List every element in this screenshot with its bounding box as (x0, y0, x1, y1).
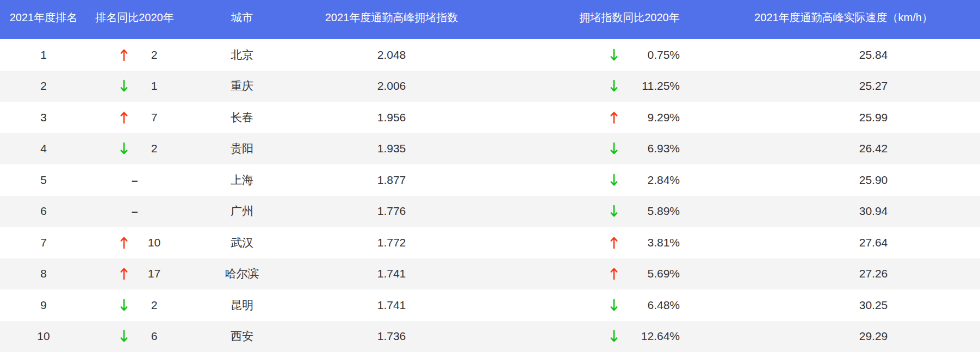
table-row: 3 7 长春 1.956 9.29% 25.99 (0, 102, 980, 133)
city-cell: 广州 (182, 203, 302, 219)
index-change-cell: 2.84% (481, 173, 745, 187)
index-change-cell: 3.81% (481, 236, 745, 250)
rank-cell: 5 (0, 174, 87, 187)
index-change-value: 6.48% (628, 299, 680, 312)
city-cell: 贵阳 (182, 141, 302, 156)
congestion-index-cell: 1.877 (302, 174, 481, 187)
column-header-rank: 2021年度排名 (0, 10, 87, 29)
rank-change-block: 2 (120, 298, 166, 312)
rank-cell: 1 (0, 48, 87, 61)
index-change-block: 11.25% (610, 79, 680, 93)
index-change-cell: 11.25% (481, 79, 745, 93)
speed-cell: 29.29 (756, 330, 980, 343)
city-cell: 北京 (182, 47, 302, 63)
column-header-index: 2021年度通勤高峰拥堵指数 (302, 10, 481, 29)
down-arrow-icon (610, 204, 618, 218)
rank-change-value: 2 (142, 142, 166, 155)
index-change-cell: 9.29% (481, 110, 745, 125)
index-change-cell: 6.93% (481, 141, 745, 156)
up-arrow-icon (120, 110, 128, 125)
table-row: 8 17 哈尔滨 1.741 5.69% 27.26 (0, 258, 980, 290)
down-arrow-icon (120, 329, 128, 343)
down-arrow-icon (120, 298, 128, 312)
down-arrow-icon (610, 79, 618, 93)
rank-change-value: 17 (142, 267, 166, 280)
down-arrow-icon (610, 329, 618, 343)
congestion-index-cell: 2.048 (302, 48, 481, 61)
up-arrow-icon (120, 236, 128, 250)
index-change-value: 5.89% (628, 205, 680, 218)
rank-change-value: 2 (142, 48, 166, 61)
index-change-cell: 0.75% (481, 48, 745, 62)
city-cell: 昆明 (182, 298, 302, 313)
rank-change-block: 1 (120, 79, 166, 93)
down-arrow-icon (610, 48, 618, 62)
rank-cell: 9 (0, 299, 87, 312)
index-change-block: 3.81% (610, 236, 680, 250)
index-change-value: 0.75% (628, 48, 680, 61)
down-arrow-icon (610, 173, 618, 187)
city-cell: 长春 (182, 110, 302, 125)
congestion-index-cell: 1.772 (302, 236, 481, 249)
speed-cell: 25.84 (756, 48, 980, 61)
speed-cell: 30.94 (756, 205, 980, 218)
up-arrow-icon (610, 236, 618, 250)
index-change-value: 2.84% (628, 174, 680, 187)
speed-cell: 27.26 (756, 267, 980, 280)
rank-change-cell: 17 (87, 267, 182, 281)
index-change-cell: 6.48% (481, 298, 745, 312)
table-row: 6 – 广州 1.776 5.89% 30.94 (0, 196, 980, 227)
up-arrow-icon (120, 267, 128, 281)
rank-change-value: 1 (142, 79, 166, 92)
rank-change-value: 7 (142, 111, 166, 124)
index-change-block: 5.89% (610, 204, 680, 218)
congestion-index-cell: 1.741 (302, 299, 481, 312)
no-change-dash: – (131, 173, 139, 187)
table-header-row: 2021年度排名 排名同比2020年 城市 2021年度通勤高峰拥堵指数 拥堵指… (0, 0, 980, 39)
table-row: 10 6 西安 1.736 12.64% 29.29 (0, 321, 980, 352)
congestion-index-cell: 1.741 (302, 267, 481, 280)
down-arrow-icon (120, 141, 128, 156)
column-header-rank-change: 排名同比2020年 (87, 10, 182, 29)
column-header-city: 城市 (182, 10, 302, 29)
rank-cell: 10 (0, 330, 87, 343)
rank-change-cell: 1 (87, 79, 182, 93)
rank-change-cell: – (87, 173, 182, 187)
index-change-block: 9.29% (610, 110, 680, 125)
down-arrow-icon (120, 79, 128, 93)
index-change-value: 9.29% (628, 111, 680, 124)
up-arrow-icon (610, 267, 618, 281)
city-cell: 西安 (182, 329, 302, 344)
rank-cell: 6 (0, 205, 87, 218)
congestion-index-cell: 2.006 (302, 79, 481, 92)
index-change-value: 12.64% (628, 330, 680, 343)
index-change-block: 2.84% (610, 173, 680, 187)
rank-change-cell: 7 (87, 110, 182, 125)
index-change-cell: 12.64% (481, 329, 745, 343)
rank-cell: 4 (0, 142, 87, 155)
index-change-block: 0.75% (610, 48, 680, 62)
congestion-index-cell: 1.935 (302, 142, 481, 155)
table-row: 9 2 昆明 1.741 6.48% 30.25 (0, 289, 980, 321)
speed-cell: 25.27 (756, 79, 980, 92)
city-cell: 重庆 (182, 78, 302, 94)
table-row: 7 10 武汉 1.772 3.81% 27.64 (0, 227, 980, 258)
congestion-index-cell: 1.956 (302, 111, 481, 124)
column-header-index-change: 拥堵指数同比2020年 (498, 10, 761, 29)
table-row: 1 2 北京 2.048 0.75% 25.84 (0, 39, 980, 71)
rank-change-value: 10 (142, 236, 166, 249)
rank-change-cell: 2 (87, 48, 182, 62)
index-change-value: 3.81% (628, 236, 680, 249)
table-row: 5 – 上海 1.877 2.84% 25.90 (0, 164, 980, 196)
index-change-cell: 5.89% (481, 204, 745, 218)
index-change-value: 6.93% (628, 142, 680, 155)
rank-change-block: 17 (120, 267, 166, 281)
speed-cell: 30.25 (756, 299, 980, 312)
city-cell: 上海 (182, 172, 302, 188)
congestion-ranking-table: 2021年度排名 排名同比2020年 城市 2021年度通勤高峰拥堵指数 拥堵指… (0, 0, 980, 352)
index-change-block: 6.93% (610, 141, 680, 156)
index-change-cell: 5.69% (481, 267, 745, 281)
rank-change-value: 2 (142, 299, 166, 312)
up-arrow-icon (610, 110, 618, 125)
table-row: 2 1 重庆 2.006 11.25% 25.27 (0, 71, 980, 102)
